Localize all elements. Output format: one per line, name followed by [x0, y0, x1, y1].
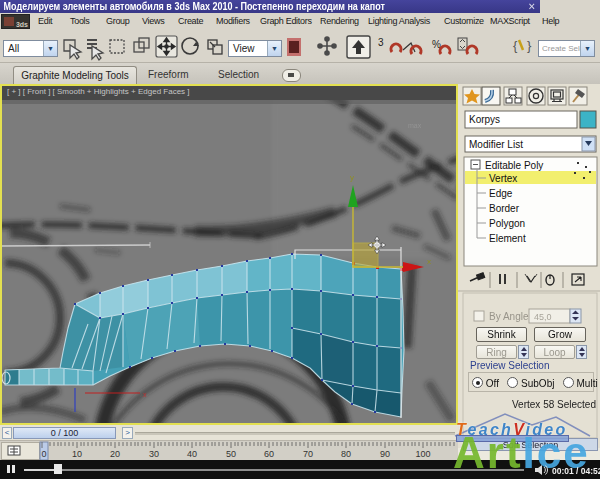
svg-text:90: 90: [380, 449, 390, 459]
svg-text:max: max: [408, 122, 422, 129]
svg-text:Korpys: Korpys: [469, 114, 500, 125]
svg-text:Edge: Edge: [489, 188, 513, 199]
svg-text:By Angle:: By Angle:: [489, 311, 531, 322]
svg-text:Editable Poly: Editable Poly: [485, 160, 543, 171]
svg-text:40: 40: [187, 449, 197, 459]
svg-text:3: 3: [378, 37, 384, 48]
svg-text:y: y: [350, 173, 354, 182]
svg-text:Border: Border: [489, 203, 520, 214]
svg-text:Vertex: Vertex: [489, 173, 517, 184]
svg-text:Element: Element: [489, 233, 526, 244]
svg-text:50: 50: [226, 449, 236, 459]
svg-text:60: 60: [264, 449, 274, 459]
svg-text:20: 20: [110, 449, 120, 459]
svg-text:{: {: [513, 38, 518, 53]
svg-text:30: 30: [149, 449, 159, 459]
svg-text:x: x: [427, 257, 431, 266]
svg-text:45,0: 45,0: [534, 312, 552, 322]
svg-text:Modifier List: Modifier List: [469, 139, 523, 150]
svg-text:100: 100: [415, 449, 430, 459]
svg-text:x: x: [143, 391, 147, 398]
svg-text:70: 70: [303, 449, 313, 459]
svg-text:Polygon: Polygon: [489, 218, 525, 229]
svg-text:10: 10: [72, 449, 82, 459]
svg-text:0: 0: [41, 449, 46, 459]
svg-text:}: }: [527, 38, 532, 53]
svg-text:80: 80: [341, 449, 351, 459]
